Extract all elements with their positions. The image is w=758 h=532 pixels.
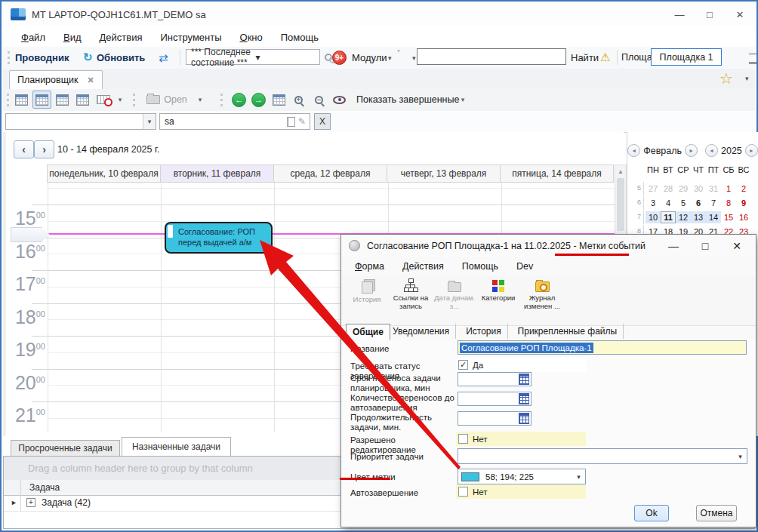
refresh-button[interactable]: Обновить [97, 52, 145, 63]
menu-Помощь[interactable]: Помощь [272, 29, 328, 46]
Ссылки на запись-button[interactable]: Ссылки на запись [390, 278, 432, 310]
Категории-button[interactable]: Категории [477, 278, 519, 302]
warning-icon[interactable]: ⚠ [600, 51, 610, 64]
favorites-star-icon[interactable]: ☆ [719, 71, 733, 86]
mini-calendar-day[interactable]: 8 [721, 197, 736, 209]
edit-pencil-icon[interactable]: ✎ [298, 116, 306, 127]
calendar-event[interactable]: Согласование: РОП перед выдачей а/м [165, 222, 273, 254]
chevron-down-icon[interactable]: ▾ [384, 54, 396, 62]
calculator-icon[interactable] [519, 393, 529, 404]
modules-button[interactable]: Модули [352, 52, 387, 63]
dialog-tab-Общие[interactable]: Общие [346, 324, 390, 340]
visibility-button[interactable] [330, 91, 349, 109]
next-year-icon[interactable]: ▸ [745, 144, 758, 157]
workweek-view-button[interactable] [53, 91, 72, 109]
dialog-menu-Dev[interactable]: Dev [507, 259, 542, 274]
transfer-count-field[interactable] [458, 392, 532, 406]
column-header-task[interactable]: Задача [29, 482, 60, 493]
chevron-down-icon[interactable]: ▾ [572, 469, 585, 484]
find-button[interactable]: Найти [571, 52, 599, 63]
dialog-tab-История[interactable]: История [460, 324, 508, 339]
next-month-icon[interactable]: ▸ [685, 144, 698, 157]
dialog-minimize-button[interactable]: — [658, 237, 689, 255]
duration-field[interactable] [458, 411, 532, 426]
day-header[interactable]: понедельник, 10 февраля [47, 165, 161, 183]
mini-calendar-day[interactable]: 7 [706, 197, 721, 209]
dialog-menu-Форма[interactable]: Форма [346, 259, 393, 274]
state-combo[interactable]: *** Последнее состояние *** ▾ [186, 49, 320, 65]
mini-calendar-day[interactable]: 1 [721, 183, 736, 195]
swap-arrows-icon[interactable]: ⇄ [159, 51, 168, 65]
dialog-maximize-button[interactable]: □ [689, 237, 721, 255]
dialog-menu-Действия[interactable]: Действия [393, 259, 453, 274]
month-view-button[interactable] [73, 91, 92, 109]
search-input[interactable] [417, 48, 566, 65]
minimize-button[interactable]: — [664, 5, 695, 24]
checkbox-unchecked-icon[interactable] [458, 487, 468, 497]
dialog-menu-Помощь[interactable]: Помощь [453, 259, 507, 274]
cancel-button[interactable]: Отмена [696, 505, 737, 521]
maximize-button[interactable]: □ [695, 5, 725, 24]
ok-button[interactable]: Ok [634, 505, 669, 521]
mini-calendar-day[interactable]: 3 [646, 197, 661, 209]
chevron-down-icon[interactable]: ▾ [741, 75, 753, 82]
mini-calendar-day[interactable]: 31 [706, 183, 721, 195]
checkbox-unchecked-icon[interactable] [458, 434, 468, 444]
mini-calendar-day[interactable]: 30 [691, 183, 706, 195]
editing-field[interactable]: Нет [456, 432, 586, 446]
zoom-in-button[interactable]: + [289, 91, 308, 109]
mini-calendar-day[interactable]: 13 [691, 211, 706, 223]
next-range-button[interactable]: › [34, 140, 54, 158]
postpone-field[interactable] [458, 372, 532, 386]
mini-calendar-day[interactable]: 6 [691, 197, 706, 209]
clear-filter-button[interactable]: X [314, 113, 331, 130]
day-view-button[interactable] [12, 91, 31, 109]
require-status-field[interactable]: ✓ Да [456, 358, 586, 372]
chevron-down-icon[interactable]: ▾ [143, 114, 156, 129]
site-selector[interactable]: Площадка 1 [651, 48, 722, 66]
scrollbar-thumb[interactable] [617, 178, 624, 231]
checkbox-checked-icon[interactable]: ✓ [458, 360, 468, 370]
tab-Просроченные задачи[interactable]: Просроченные задачи [11, 440, 120, 456]
mini-calendar-day[interactable]: 9 [736, 197, 751, 209]
mini-calendar-day[interactable]: 29 [676, 183, 691, 195]
Журнал изменен ...-button[interactable]: Журнал изменен ... [521, 278, 563, 310]
name-field[interactable]: Согласование РОП Площадка-1 [458, 340, 747, 355]
mini-calendar-day[interactable]: 2 [736, 183, 751, 195]
label-color-dropdown[interactable]: 58; 194; 225 ▾ [458, 469, 586, 484]
chevron-down-icon[interactable]: ▾ [458, 91, 468, 109]
day-header[interactable]: вторник, 11 февраля [160, 165, 274, 183]
expand-plus-icon[interactable]: + [26, 498, 35, 507]
menu-Действия[interactable]: Действия [91, 29, 152, 46]
day-header[interactable]: среда, 12 февраля [273, 165, 387, 183]
mini-calendar-day[interactable]: 4 [661, 197, 676, 209]
tab-Назначенные задачи[interactable]: Назначенные задачи [122, 437, 231, 456]
back-button[interactable]: ← [230, 91, 248, 109]
scroll-up-icon[interactable]: ▲ [615, 165, 626, 177]
forward-button[interactable]: → [249, 91, 268, 109]
open-button[interactable]: Open [140, 91, 193, 109]
menu-Инструменты[interactable]: Инструменты [151, 29, 230, 46]
autocomplete-field[interactable]: Нет [456, 484, 586, 499]
calculator-icon[interactable] [519, 374, 529, 385]
mini-calendar-day[interactable]: 10 [646, 211, 661, 223]
mini-calendar-day[interactable]: 15 [721, 211, 736, 223]
menu-Вид[interactable]: Вид [54, 29, 91, 46]
prev-range-button[interactable]: ‹ [14, 140, 34, 158]
filter-combo[interactable]: ▾ [5, 113, 156, 130]
priority-dropdown[interactable]: ▾ [458, 448, 747, 464]
mini-calendar-day[interactable]: 28 [661, 183, 676, 195]
dialog-close-button[interactable]: ✕ [721, 237, 753, 255]
toolbar-grip[interactable] [8, 51, 12, 64]
lookup-icon[interactable] [287, 117, 295, 127]
goto-date-button[interactable] [270, 91, 288, 109]
close-button[interactable]: ✕ [725, 5, 755, 24]
chevron-down-icon[interactable]: ▾ [195, 91, 205, 109]
day-header[interactable]: четверг, 13 февраля [387, 165, 501, 183]
toolbar-overflow-icon[interactable] [749, 54, 756, 64]
week-view-button[interactable] [32, 91, 51, 109]
calculator-icon[interactable] [519, 413, 529, 424]
tab-planner[interactable]: Планировщик ✕ [9, 70, 103, 89]
chevron-down-icon[interactable]: ▾ [115, 91, 125, 109]
menu-Окно[interactable]: Окно [231, 29, 272, 46]
